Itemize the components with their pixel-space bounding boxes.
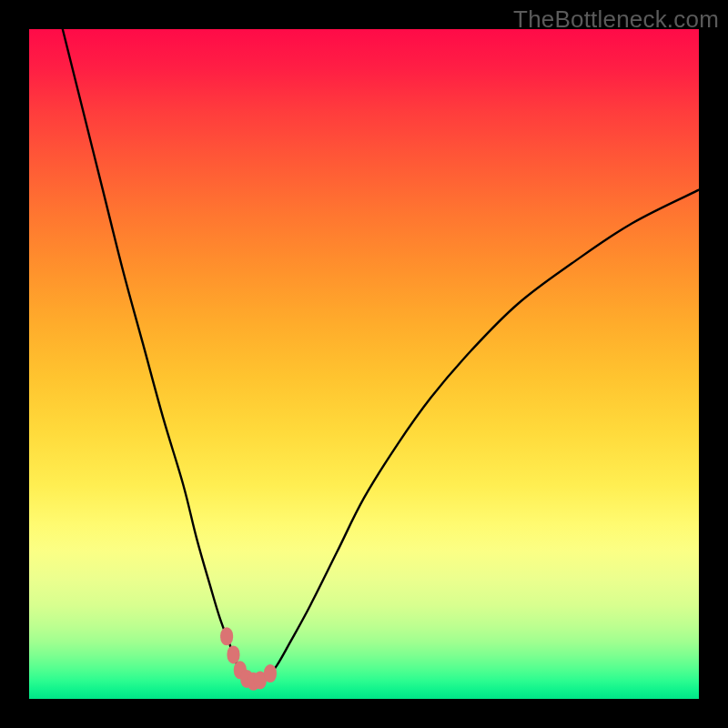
plot-area (29, 29, 699, 699)
chart-frame: TheBottleneck.com (0, 0, 728, 728)
curve-path (63, 29, 699, 682)
highlight-node (220, 627, 233, 645)
bottleneck-curve (29, 29, 699, 699)
highlight-nodes (220, 627, 277, 691)
highlight-node (264, 664, 277, 682)
highlight-node (227, 645, 239, 663)
